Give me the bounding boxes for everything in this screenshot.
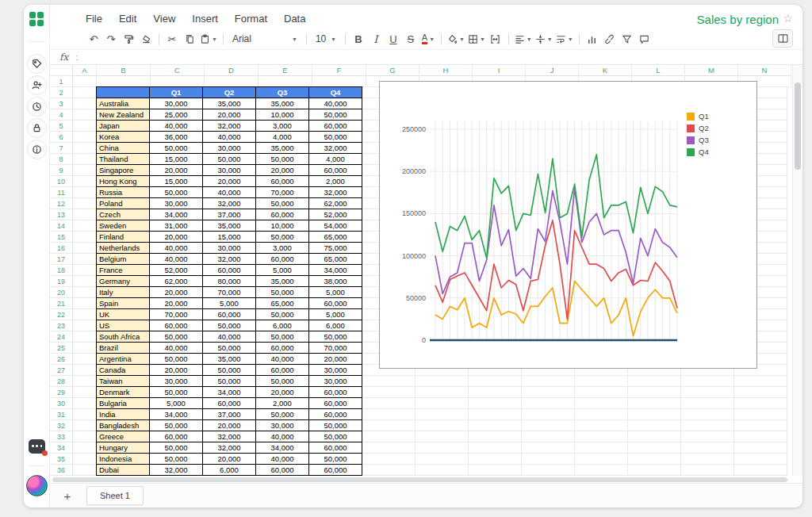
- cell-F19[interactable]: 38,000: [308, 275, 362, 287]
- cell-F13[interactable]: 52,000: [308, 209, 362, 220]
- cell-J31[interactable]: [522, 409, 575, 420]
- row-header-16[interactable]: 16: [50, 243, 73, 254]
- insert-link-button[interactable]: [602, 31, 618, 47]
- cell-C27[interactable]: 20,000: [149, 364, 203, 376]
- cell-C16[interactable]: 40,000: [149, 242, 203, 254]
- cell-F34[interactable]: 60,000: [308, 442, 362, 454]
- cell-C5[interactable]: 40,000: [149, 120, 203, 132]
- corner-cell[interactable]: [50, 65, 73, 76]
- comment-button[interactable]: [637, 31, 653, 47]
- cell-I35[interactable]: [469, 454, 522, 465]
- column-header-F[interactable]: F: [312, 65, 366, 76]
- cell-F35[interactable]: 50,000: [308, 453, 362, 465]
- cell-C10[interactable]: 15,000: [149, 175, 203, 187]
- cell-A1[interactable]: [73, 76, 97, 87]
- cell-C36[interactable]: 32,000: [149, 464, 203, 476]
- cell-A6[interactable]: [73, 132, 97, 143]
- column-header-C[interactable]: C: [151, 65, 205, 76]
- cell-C15[interactable]: 20,000: [149, 231, 203, 243]
- cell-I30[interactable]: [469, 398, 522, 409]
- filter-button[interactable]: [619, 31, 635, 47]
- cell-N30[interactable]: [734, 398, 787, 409]
- cell-K30[interactable]: [575, 398, 628, 409]
- cell-N35[interactable]: [734, 454, 787, 465]
- cell-E17[interactable]: 60,000: [255, 253, 309, 265]
- cell-J28[interactable]: [522, 376, 575, 387]
- cell-K34[interactable]: [575, 442, 628, 454]
- column-header-L[interactable]: L: [632, 65, 685, 76]
- lock-icon[interactable]: [27, 118, 47, 138]
- paste-button[interactable]: ▼: [199, 31, 218, 47]
- cell-B36[interactable]: Dubai: [96, 464, 150, 476]
- cell-C17[interactable]: 40,000: [149, 253, 203, 265]
- cell-H36[interactable]: [416, 465, 469, 476]
- cell-E29[interactable]: 20,000: [255, 386, 309, 398]
- cell-N33[interactable]: [734, 431, 787, 442]
- cell-N28[interactable]: [734, 376, 787, 387]
- cell-D9[interactable]: 30,000: [202, 164, 256, 176]
- cell-A17[interactable]: [73, 254, 97, 265]
- redo-button[interactable]: ↷: [103, 31, 119, 47]
- cell-E8[interactable]: 50,000: [255, 153, 309, 165]
- cell-B11[interactable]: Russia: [96, 186, 150, 198]
- row-header-12[interactable]: 12: [50, 198, 73, 209]
- row-header-21[interactable]: 21: [50, 298, 73, 309]
- cell-D34[interactable]: 32,000: [202, 442, 256, 454]
- cell-L28[interactable]: [628, 376, 681, 387]
- cell-B22[interactable]: UK: [96, 308, 150, 320]
- cell-C13[interactable]: 34,000: [149, 209, 203, 220]
- app-logo-icon[interactable]: [29, 12, 44, 27]
- cell-D17[interactable]: 32,000: [202, 253, 256, 265]
- cell-E35[interactable]: 40,000: [255, 453, 309, 465]
- cell-F31[interactable]: 60,000: [308, 408, 362, 420]
- cell-C22[interactable]: 70,000: [149, 308, 203, 320]
- cell-G31[interactable]: [362, 409, 416, 420]
- column-header-I[interactable]: I: [473, 65, 526, 76]
- cell-E10[interactable]: 60,000: [255, 175, 309, 187]
- cell-C4[interactable]: 25,000: [149, 109, 203, 121]
- cell-C32[interactable]: 50,000: [149, 419, 203, 431]
- cell-B16[interactable]: Netherlands: [96, 242, 150, 254]
- cell-I36[interactable]: [469, 465, 522, 476]
- cell-F1[interactable]: [312, 76, 366, 87]
- cell-D32[interactable]: 20,000: [202, 419, 256, 431]
- cell-A10[interactable]: [73, 176, 97, 187]
- cell-A35[interactable]: [73, 454, 97, 465]
- paint-format-button[interactable]: [121, 31, 136, 47]
- cell-D5[interactable]: 32,000: [202, 120, 256, 132]
- cell-E3[interactable]: 35,000: [255, 98, 309, 109]
- cell-A7[interactable]: [73, 143, 97, 154]
- cell-E16[interactable]: 3,000: [255, 242, 309, 254]
- cell-H34[interactable]: [416, 442, 469, 454]
- cell-N34[interactable]: [734, 442, 787, 454]
- cell-C11[interactable]: 50,000: [149, 186, 203, 198]
- cell-E31[interactable]: 50,000: [255, 408, 309, 420]
- cell-G35[interactable]: [362, 454, 416, 465]
- cell-A3[interactable]: [73, 98, 97, 109]
- row-header-3[interactable]: 3: [50, 98, 73, 109]
- cell-F32[interactable]: 50,000: [308, 419, 362, 431]
- cell-B9[interactable]: Singapore: [96, 164, 150, 176]
- cell-B6[interactable]: Korea: [96, 131, 150, 143]
- cell-A13[interactable]: [73, 209, 97, 220]
- row-header-9[interactable]: 9: [50, 165, 73, 176]
- cell-D1[interactable]: [205, 76, 259, 87]
- star-icon[interactable]: ☆: [783, 12, 793, 25]
- row-header-24[interactable]: 24: [50, 331, 73, 343]
- clear-format-button[interactable]: [138, 31, 154, 47]
- cell-A5[interactable]: [73, 121, 97, 132]
- cell-L34[interactable]: [628, 442, 681, 454]
- cell-F21[interactable]: 60,000: [308, 297, 362, 309]
- cell-D10[interactable]: 20,000: [202, 175, 256, 187]
- cell-B19[interactable]: Germany: [96, 275, 150, 287]
- cell-A14[interactable]: [73, 220, 97, 232]
- cell-C28[interactable]: 30,000: [149, 375, 203, 387]
- formula-bar[interactable]: fx :: [50, 49, 802, 65]
- cell-F36[interactable]: 60,000: [308, 464, 362, 476]
- column-header-A[interactable]: A: [73, 65, 97, 76]
- cell-B17[interactable]: Belgium: [96, 253, 150, 265]
- cell-C3[interactable]: 30,000: [149, 98, 203, 109]
- cell-F20[interactable]: 5,000: [308, 286, 362, 298]
- sheet-tab[interactable]: Sheet 1: [86, 486, 144, 505]
- text-wrap-button[interactable]: ▼: [555, 31, 574, 47]
